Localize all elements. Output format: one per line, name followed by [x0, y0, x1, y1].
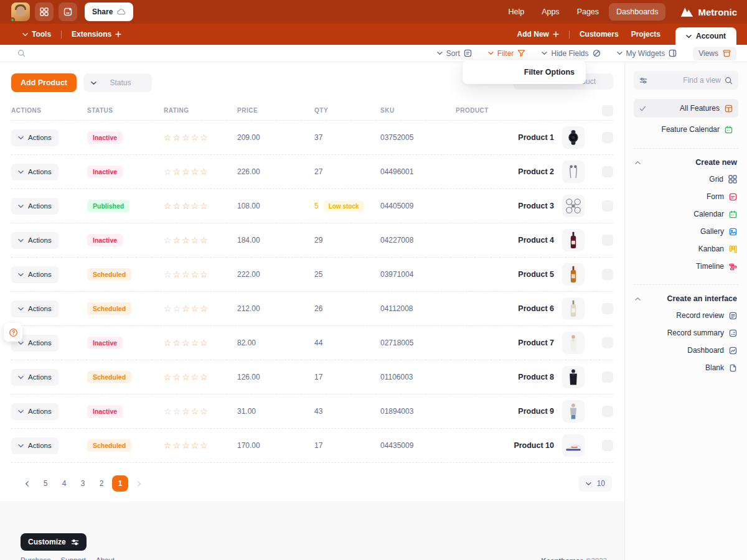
- row-actions-button[interactable]: Actions: [11, 403, 59, 420]
- tab-account[interactable]: Account: [675, 27, 736, 45]
- row-checkbox[interactable]: [602, 337, 613, 348]
- chevron-down-icon: [586, 481, 591, 487]
- column-header-qty[interactable]: QTY: [314, 107, 380, 114]
- chevron-down-icon: [18, 203, 24, 209]
- topbar-nav-dashboards[interactable]: Dashboards: [609, 3, 665, 21]
- customize-button[interactable]: Customize: [21, 533, 87, 551]
- column-header-product[interactable]: PRODUCT: [456, 107, 562, 114]
- rating-stars[interactable]: ☆☆☆☆☆: [164, 406, 237, 416]
- rating-stars[interactable]: ☆☆☆☆☆: [164, 133, 237, 142]
- row-checkbox[interactable]: [602, 406, 613, 417]
- product-image: [562, 434, 585, 457]
- add-product-button[interactable]: Add Product: [11, 73, 77, 92]
- pagination-next-button[interactable]: [131, 475, 147, 492]
- per-page-select[interactable]: 10: [579, 475, 612, 492]
- pagination-page-1[interactable]: 1: [112, 475, 128, 492]
- sidebar-item-record-review[interactable]: Record review: [634, 307, 738, 324]
- star-icon: ☆: [182, 167, 191, 177]
- help-floating-button[interactable]: [4, 323, 22, 342]
- row-actions-button[interactable]: Actions: [11, 129, 59, 146]
- sidebar-item-timeline[interactable]: Timeline: [634, 258, 738, 275]
- views-button[interactable]: Views: [693, 47, 736, 60]
- footer-link-about[interactable]: About: [96, 556, 115, 560]
- footer-links: Purchase Support About: [21, 556, 115, 560]
- row-checkbox[interactable]: [602, 269, 613, 280]
- sidebar-item-kanban[interactable]: Kanban: [634, 240, 738, 258]
- filter-options-popup[interactable]: Filter Options: [463, 60, 586, 84]
- row-checkbox[interactable]: [602, 371, 613, 383]
- rating-stars[interactable]: ☆☆☆☆☆: [164, 235, 237, 245]
- rating-stars[interactable]: ☆☆☆☆☆: [164, 338, 237, 348]
- sort-button[interactable]: Sort: [437, 49, 472, 58]
- pagination-page-3[interactable]: 3: [75, 475, 91, 492]
- sidebar-item-record-summary[interactable]: Record summary: [634, 324, 738, 342]
- find-view-input[interactable]: [651, 76, 721, 85]
- sidebar-item-dashboard[interactable]: Dashboard: [634, 342, 738, 359]
- apps-notification-button[interactable]: [59, 2, 77, 21]
- brand-logo[interactable]: Metronic: [680, 7, 737, 17]
- topbar-nav-pages[interactable]: Pages: [570, 3, 606, 21]
- rating-stars[interactable]: ☆☆☆☆☆: [164, 304, 237, 314]
- sidebar-item-form[interactable]: Form: [634, 188, 738, 205]
- sidebar-view-all-features[interactable]: All Features: [634, 99, 738, 118]
- footer-link-purchase[interactable]: Purchase: [21, 556, 51, 560]
- rating-stars[interactable]: ☆☆☆☆☆: [164, 372, 237, 382]
- my-widgets-button[interactable]: My Widgets: [617, 49, 677, 58]
- rating-stars[interactable]: ☆☆☆☆☆: [164, 167, 237, 177]
- sidebar-item-gallery[interactable]: Gallery: [634, 223, 738, 240]
- pagination-page-5[interactable]: 5: [37, 475, 54, 492]
- topbar-nav-help[interactable]: Help: [500, 3, 532, 21]
- row-checkbox[interactable]: [602, 132, 613, 143]
- row-actions-button[interactable]: Actions: [11, 198, 59, 215]
- rating-stars[interactable]: ☆☆☆☆☆: [164, 441, 237, 450]
- sidebar-section-header[interactable]: Create an interface: [634, 294, 738, 303]
- menu-tools[interactable]: Tools: [16, 24, 57, 45]
- select-all-checkbox[interactable]: [602, 105, 613, 116]
- column-header-actions[interactable]: ACTIONS: [11, 107, 87, 114]
- search-icon[interactable]: [17, 49, 26, 57]
- topbar-nav-apps[interactable]: Apps: [534, 3, 567, 21]
- row-actions-button[interactable]: Actions: [11, 266, 59, 283]
- table-row: Actions Published ☆☆☆☆☆ 108.00 5 Low sto…: [11, 189, 613, 223]
- share-button[interactable]: Share: [85, 2, 133, 21]
- menu-customers[interactable]: Customers: [573, 24, 625, 45]
- filter-button[interactable]: Filter: [488, 49, 526, 58]
- app-launcher-button[interactable]: [35, 2, 54, 21]
- sidebar-item-blank[interactable]: Blank: [634, 359, 738, 376]
- status-filter-select[interactable]: Status: [83, 73, 152, 92]
- table-row: Actions Scheduled ☆☆☆☆☆ 126.00 17 Low st…: [11, 360, 613, 394]
- copyright: Keenthemes ©2023: [541, 557, 607, 560]
- column-header-price[interactable]: PRICE: [237, 107, 314, 114]
- sidebar-view-feature-calendar[interactable]: Feature Calendar: [634, 120, 738, 139]
- menu-projects[interactable]: Projects: [625, 24, 667, 45]
- menu-add-new[interactable]: Add New: [511, 24, 565, 45]
- column-header-status[interactable]: STATUS: [87, 107, 164, 114]
- menu-extensions[interactable]: Extensions: [65, 24, 128, 45]
- row-checkbox[interactable]: [602, 440, 613, 451]
- row-actions-button[interactable]: Actions: [11, 301, 59, 317]
- column-header-rating[interactable]: RATING: [164, 107, 237, 114]
- row-checkbox[interactable]: [602, 303, 613, 314]
- row-actions-button[interactable]: Actions: [11, 437, 59, 454]
- column-header-sku[interactable]: SKU: [380, 107, 456, 114]
- chevron-down-icon: [22, 32, 28, 37]
- row-actions-button[interactable]: Actions: [11, 232, 59, 249]
- user-avatar[interactable]: [11, 2, 30, 21]
- pagination-page-2[interactable]: 2: [93, 475, 110, 492]
- row-checkbox[interactable]: [602, 166, 613, 177]
- row-checkbox[interactable]: [602, 200, 613, 212]
- sidebar-item-grid[interactable]: Grid: [634, 170, 738, 188]
- sidebar-item-calendar[interactable]: Calendar: [634, 205, 738, 223]
- row-actions-button[interactable]: Actions: [11, 164, 59, 180]
- rating-stars[interactable]: ☆☆☆☆☆: [164, 269, 237, 279]
- pagination-prev-button[interactable]: [19, 475, 35, 492]
- sliders-icon[interactable]: [639, 77, 647, 85]
- star-icon: ☆: [200, 167, 209, 177]
- pagination-page-4[interactable]: 4: [56, 475, 72, 492]
- row-actions-button[interactable]: Actions: [11, 369, 59, 386]
- row-checkbox[interactable]: [602, 235, 613, 246]
- sidebar-section-header[interactable]: Create new: [634, 158, 738, 167]
- rating-stars[interactable]: ☆☆☆☆☆: [164, 201, 237, 211]
- footer-link-support[interactable]: Support: [61, 556, 86, 560]
- hide-fields-button[interactable]: Hide Fields: [542, 49, 600, 58]
